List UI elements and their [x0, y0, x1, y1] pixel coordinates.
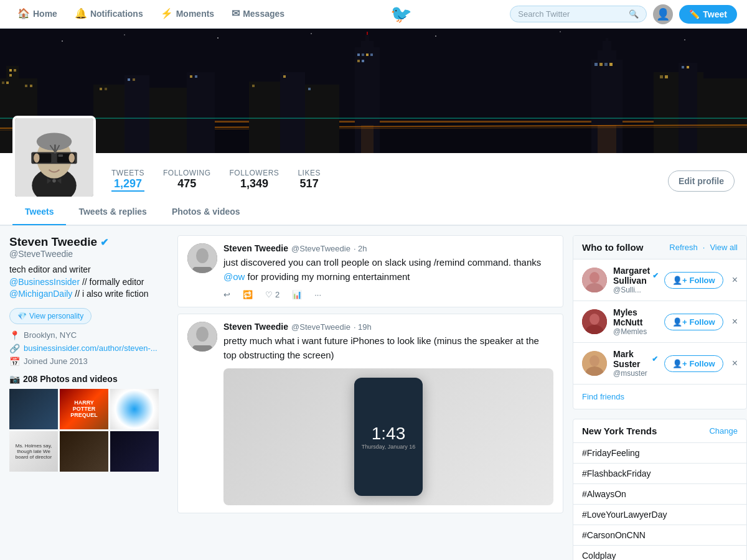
- photo-thumb-4[interactable]: Ms. Holmes say, though late We board of …: [9, 431, 58, 472]
- tweet-link-ow[interactable]: @ow: [223, 271, 245, 282]
- view-all-link[interactable]: View all: [710, 243, 738, 252]
- like-action-1[interactable]: ♡ 2: [265, 290, 280, 299]
- svg-point-83: [196, 248, 209, 263]
- stat-following[interactable]: FOLLOWING 475: [163, 169, 211, 192]
- nav-messages-label: Messages: [243, 9, 284, 19]
- follow-name-0: Margaret Sullivan ✔: [613, 266, 658, 286]
- bio-link-michigandaily[interactable]: @MichiganDaily: [9, 289, 72, 299]
- home-icon: 🏠: [17, 7, 30, 19]
- photo-thumb-1[interactable]: [9, 389, 58, 429]
- photo-thumb-5[interactable]: [60, 431, 108, 472]
- svg-rect-28: [362, 60, 364, 62]
- phone-date: Thursday, January 16: [362, 444, 415, 450]
- reply-action-1[interactable]: ↩: [223, 290, 230, 299]
- website-link[interactable]: businessinsider.com/author/steven-...: [24, 343, 157, 353]
- stat-likes[interactable]: LIKES 517: [298, 169, 321, 192]
- who-to-follow-widget: Who to follow Refresh · View all: [573, 235, 747, 409]
- twitter-logo[interactable]: 🐦: [390, 4, 412, 24]
- photo-thumb-6[interactable]: [110, 431, 159, 472]
- close-follow-0[interactable]: ×: [732, 274, 738, 286]
- personality-label: View personality: [29, 312, 83, 320]
- follow-name-1: Myles McNutt: [613, 307, 658, 327]
- trend-item-4[interactable]: #CarsonOnCNN: [573, 525, 746, 546]
- svg-point-7: [684, 39, 685, 40]
- nav-avatar-img: 👤: [656, 7, 670, 21]
- svg-rect-50: [100, 88, 102, 90]
- follow-avatar-svg-1: [582, 309, 607, 334]
- trend-item-1[interactable]: #FlashbackFriday: [573, 464, 746, 484]
- nav-notifications[interactable]: 🔔 Notifications: [67, 0, 151, 29]
- follow-handle-1: @Memles: [613, 327, 658, 336]
- follow-button-0[interactable]: 👤+ Follow: [664, 272, 723, 289]
- svg-point-1: [62, 40, 63, 42]
- notifications-icon: 🔔: [75, 7, 87, 19]
- follow-icon-2: 👤+: [672, 359, 687, 368]
- close-follow-1[interactable]: ×: [732, 316, 738, 327]
- svg-rect-57: [280, 72, 305, 153]
- user-name: Steven Tweedie ✔: [9, 235, 159, 249]
- tab-photos[interactable]: Photos & videos: [159, 199, 253, 225]
- trend-item-0[interactable]: #FridayFeeling: [573, 443, 746, 464]
- edit-profile-button[interactable]: Edit profile: [668, 170, 735, 192]
- nav-moments[interactable]: ⚡ Moments: [153, 0, 222, 29]
- photo-thumb-2[interactable]: HARRY POTTER PREQUEL: [60, 389, 108, 429]
- trend-item-2[interactable]: #AlwaysOn: [573, 484, 746, 505]
- tab-replies[interactable]: Tweets & replies: [66, 199, 159, 225]
- svg-rect-27: [357, 60, 360, 62]
- tweet-avatar-2[interactable]: [187, 322, 217, 352]
- search-box[interactable]: 🔍: [510, 6, 647, 22]
- follow-button-1[interactable]: 👤+ Follow: [664, 314, 723, 330]
- tab-tweets[interactable]: Tweets: [12, 199, 66, 225]
- trend-item-3[interactable]: #LoveYourLawyerDay: [573, 505, 746, 525]
- city-svg: [0, 29, 747, 153]
- svg-rect-12: [9, 69, 12, 72]
- left-sidebar: Steven Tweedie ✔ @SteveTweedie tech edit…: [0, 235, 168, 560]
- svg-rect-43: [687, 66, 689, 68]
- follow-avatar-0[interactable]: [582, 268, 607, 292]
- search-input[interactable]: [518, 9, 629, 19]
- nav-messages[interactable]: ✉ Messages: [224, 0, 292, 29]
- close-follow-2[interactable]: ×: [732, 358, 738, 369]
- profile-avatar[interactable]: [12, 116, 96, 199]
- follow-item-0: Margaret Sullivan ✔ @Sulli... 👤+ Follow …: [573, 259, 746, 301]
- joined-item: 📅 Joined June 2013: [9, 357, 159, 366]
- photo-thumb-3[interactable]: [110, 389, 159, 429]
- trends-change-link[interactable]: Change: [709, 426, 738, 436]
- svg-rect-39: [703, 78, 747, 153]
- photos-grid: HARRY POTTER PREQUEL Ms. Holmes say, tho…: [9, 389, 159, 472]
- follow-avatar-svg-2: [582, 351, 607, 376]
- svg-point-80: [34, 153, 39, 162]
- user-avatar-nav[interactable]: 👤: [653, 4, 673, 24]
- stat-tweets[interactable]: TWEETS 1,297: [111, 169, 144, 192]
- tweet-meta-2: Steven Tweedie @SteveTweedie · 19h: [223, 322, 553, 332]
- svg-rect-42: [682, 66, 684, 68]
- svg-rect-62: [361, 125, 374, 153]
- tweet-actions-1: ↩ 🔁 ♡ 2 📊 ···: [223, 290, 553, 299]
- tweet-button[interactable]: ✏️ Tweet: [679, 5, 737, 24]
- camera-icon: 📷: [9, 374, 20, 384]
- stat-following-label: FOLLOWING: [163, 169, 211, 177]
- nav-home[interactable]: 🏠 Home: [10, 0, 65, 29]
- profile-tabs: Tweets Tweets & replies Photos & videos: [0, 199, 747, 225]
- trend-item-5[interactable]: Coldplay: [573, 546, 746, 560]
- retweet-action-1[interactable]: 🔁: [243, 290, 253, 299]
- svg-rect-17: [25, 85, 27, 87]
- tweet-avatar-1[interactable]: [187, 243, 217, 273]
- follow-avatar-2[interactable]: [582, 351, 607, 376]
- follow-avatar-1[interactable]: [582, 309, 607, 334]
- find-friends-link[interactable]: Find friends: [573, 385, 746, 409]
- svg-rect-84: [192, 267, 212, 273]
- tweet-header-2: Steven Tweedie @SteveTweedie · 19h prett…: [187, 322, 553, 505]
- refresh-link[interactable]: Refresh: [669, 243, 698, 252]
- tweet-avatar-svg-2: [187, 322, 217, 352]
- follow-button-2[interactable]: 👤+ Follow: [664, 355, 723, 372]
- stat-followers[interactable]: FOLLOWERS 1,349: [230, 169, 280, 192]
- svg-rect-55: [195, 75, 197, 78]
- views-action-1[interactable]: 📊: [292, 290, 302, 299]
- tweet-image-2: 1:43 Thursday, January 16: [223, 368, 553, 505]
- right-sidebar: Who to follow Refresh · View all: [573, 235, 747, 560]
- more-action-1[interactable]: ···: [314, 290, 321, 299]
- svg-rect-59: [252, 85, 255, 87]
- personality-button[interactable]: 💎 View personality: [9, 308, 92, 324]
- bio-link-businessinsider[interactable]: @BusinessInsider: [9, 277, 80, 287]
